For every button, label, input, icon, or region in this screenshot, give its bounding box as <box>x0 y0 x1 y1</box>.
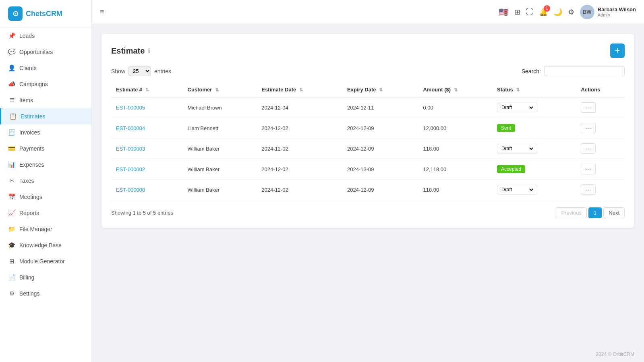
status-select[interactable]: DraftSentAccepted <box>500 104 534 111</box>
cell-amount: 118.00 <box>418 180 492 200</box>
cell-expiry-date: 2024-12-09 <box>342 139 418 159</box>
entries-label: entries <box>154 68 171 74</box>
status-select[interactable]: DraftSentAccepted <box>500 186 534 193</box>
page-title: Estimate <box>111 46 145 56</box>
knowledge-base-icon: 🎓 <box>8 242 15 249</box>
show-label: Show <box>111 68 125 74</box>
cell-estimate-date: 2024-12-02 <box>257 139 342 159</box>
items-icon: ☰ <box>8 97 15 104</box>
next-button[interactable]: Next <box>603 207 625 218</box>
cell-status: DraftSentAccepted <box>492 97 576 118</box>
actions-button[interactable]: ··· <box>581 143 596 154</box>
cell-estimate-date: 2024-12-02 <box>257 180 342 200</box>
actions-button[interactable]: ··· <box>581 164 596 174</box>
sidebar-item-campaigns[interactable]: 📣Campaigns <box>0 76 91 92</box>
sidebar-item-leads[interactable]: 📌Leads <box>0 28 91 44</box>
sidebar-item-taxes[interactable]: ✂Taxes <box>0 173 91 189</box>
dark-mode-icon[interactable]: 🌙 <box>553 8 562 17</box>
sidebar-item-estimates[interactable]: 📋Estimates <box>0 108 91 124</box>
sidebar-label-billing: Billing <box>19 274 34 281</box>
logo-area[interactable]: ⊙ ChetsCRM <box>0 0 91 28</box>
sidebar-item-payments[interactable]: 💳Payments <box>0 141 91 157</box>
estimate-link[interactable]: EST-000004 <box>116 125 145 131</box>
table-row: EST-000000 William Baker 2024-12-02 2024… <box>111 180 625 200</box>
user-name: Barbara Wilson <box>598 6 636 12</box>
payments-icon: 💳 <box>8 145 15 152</box>
sidebar-item-knowledge-base[interactable]: 🎓Knowledge Base <box>0 237 91 253</box>
cell-estimate-date: 2024-12-04 <box>257 97 342 118</box>
search-input[interactable] <box>544 66 625 76</box>
status-dropdown[interactable]: DraftSentAccepted <box>497 103 537 112</box>
col-amount: Amount ($) ⇅ <box>418 83 492 97</box>
notification-icon[interactable]: 🔔 1 <box>539 8 548 17</box>
table-row: EST-000005 Michael Brown 2024-12-04 2024… <box>111 97 625 118</box>
sidebar-item-file-manager[interactable]: 📁File Manager <box>0 221 91 237</box>
actions-button[interactable]: ··· <box>581 184 596 195</box>
sidebar-label-expenses: Expenses <box>19 161 44 168</box>
table-body: EST-000005 Michael Brown 2024-12-04 2024… <box>111 97 625 200</box>
sidebar-item-module-generator[interactable]: ⊞Module Generator <box>0 253 91 269</box>
page-1-button[interactable]: 1 <box>588 207 602 218</box>
status-select[interactable]: DraftSentAccepted <box>500 145 534 152</box>
info-icon[interactable]: ℹ <box>148 47 150 55</box>
sidebar-item-meetings[interactable]: 📅Meetings <box>0 189 91 205</box>
cell-expiry-date: 2024-12-11 <box>342 97 418 118</box>
invoices-icon: 🧾 <box>8 129 15 136</box>
grid-icon[interactable]: ⊞ <box>514 8 520 17</box>
table-row: EST-000003 William Baker 2024-12-02 2024… <box>111 139 625 159</box>
sidebar-item-opportunities[interactable]: 💬Opportunities <box>0 44 91 60</box>
actions-button[interactable]: ··· <box>581 123 596 133</box>
sidebar-label-payments: Payments <box>19 145 44 152</box>
table-row: EST-000004 Liam Bennett 2024-12-02 2024-… <box>111 118 625 139</box>
cell-estimate-num: EST-000004 <box>111 118 183 139</box>
cell-expiry-date: 2024-12-09 <box>342 159 418 180</box>
cell-actions: ··· <box>576 139 625 159</box>
add-estimate-button[interactable]: + <box>610 43 625 58</box>
cell-expiry-date: 2024-12-09 <box>342 180 418 200</box>
estimate-link[interactable]: EST-000000 <box>116 187 145 193</box>
sidebar-item-invoices[interactable]: 🧾Invoices <box>0 124 91 141</box>
show-entries: Show 10 25 50 100 entries <box>111 66 171 76</box>
reports-icon: 📈 <box>8 209 15 217</box>
avatar: BW <box>580 5 594 19</box>
cell-customer: William Baker <box>183 139 257 159</box>
cell-amount: 12,000.00 <box>418 118 492 139</box>
sidebar-item-expenses[interactable]: 📊Expenses <box>0 157 91 173</box>
topbar-right: 🇺🇸 ⊞ ⛶ 🔔 1 🌙 ⚙ BW Barbara Wilson Admin <box>499 5 636 19</box>
page-header: Estimate ℹ + <box>111 43 625 58</box>
estimate-link[interactable]: EST-000003 <box>116 146 145 152</box>
sidebar-item-items[interactable]: ☰Items <box>0 92 91 108</box>
entries-select[interactable]: 10 25 50 100 <box>128 66 151 76</box>
col-customer: Customer ⇅ <box>183 83 257 97</box>
campaigns-icon: 📣 <box>8 81 15 88</box>
cell-status: Sent <box>492 118 576 139</box>
cell-expiry-date: 2024-12-09 <box>342 118 418 139</box>
cell-estimate-num: EST-000003 <box>111 139 183 159</box>
flag-icon[interactable]: 🇺🇸 <box>499 7 509 17</box>
settings-icon[interactable]: ⚙ <box>568 8 574 17</box>
user-role: Admin <box>598 12 636 17</box>
leads-icon: 📌 <box>8 32 15 39</box>
status-dropdown[interactable]: DraftSentAccepted <box>497 185 537 194</box>
previous-button[interactable]: Previous <box>556 207 587 218</box>
sidebar-label-clients: Clients <box>19 65 37 71</box>
status-dropdown[interactable]: DraftSentAccepted <box>497 144 537 153</box>
sidebar-item-billing[interactable]: 📄Billing <box>0 269 91 285</box>
sidebar-item-reports[interactable]: 📈Reports <box>0 205 91 221</box>
user-area[interactable]: BW Barbara Wilson Admin <box>580 5 636 19</box>
cell-actions: ··· <box>576 118 625 139</box>
logo-icon: ⊙ <box>8 6 23 21</box>
expenses-icon: 📊 <box>8 161 15 168</box>
estimate-link[interactable]: EST-000005 <box>116 105 145 111</box>
cell-customer: Michael Brown <box>183 97 257 118</box>
hamburger-icon[interactable]: ≡ <box>100 8 104 16</box>
sidebar-label-estimates: Estimates <box>21 113 45 120</box>
estimate-link[interactable]: EST-000002 <box>116 166 145 172</box>
sidebar-item-clients[interactable]: 👤Clients <box>0 60 91 76</box>
notification-badge: 1 <box>544 5 550 12</box>
fullscreen-icon[interactable]: ⛶ <box>526 8 533 16</box>
cell-estimate-num: EST-000002 <box>111 159 183 180</box>
actions-button[interactable]: ··· <box>581 102 596 113</box>
estimates-table: Estimate # ⇅ Customer ⇅ Estimate Date ⇅ … <box>111 83 625 200</box>
sidebar-item-settings[interactable]: ⚙Settings <box>0 285 91 302</box>
